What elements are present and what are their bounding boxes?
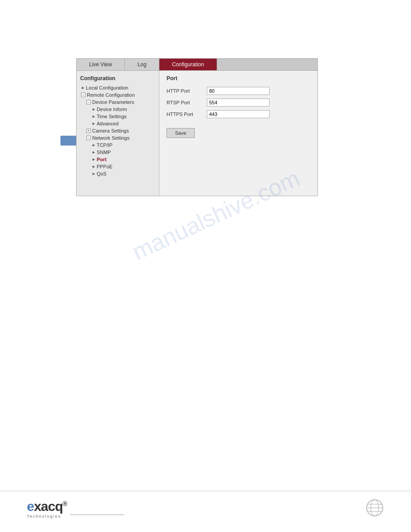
sidebar-item-network-settings[interactable]: − Network Settings xyxy=(77,134,159,142)
https-port-label: HTTPS Port xyxy=(167,112,207,117)
sidebar-item-snmp[interactable]: ► SNMP xyxy=(77,149,159,156)
sidebar-item-port[interactable]: ► Port xyxy=(77,156,159,163)
expand-icon: − xyxy=(86,136,91,140)
arrow-icon: ► xyxy=(92,150,96,154)
app-container: Live View Log Configuration Configuratio… xyxy=(76,58,318,196)
arrow-icon: ► xyxy=(92,157,96,162)
footer-logo: exacq® Technologies xyxy=(27,499,67,519)
sidebar-title: Configuration xyxy=(77,73,159,84)
http-port-input[interactable] xyxy=(207,87,270,95)
expand-icon: + xyxy=(86,129,91,133)
sidebar-item-device-inform[interactable]: ► Device Inform xyxy=(77,106,159,113)
tab-bar: Live View Log Configuration xyxy=(76,58,318,71)
arrow-icon: ► xyxy=(92,143,96,147)
arrow-icon: ► xyxy=(92,107,96,112)
http-port-row: HTTP Port xyxy=(167,87,310,95)
arrow-icon: ► xyxy=(92,114,96,119)
arrow-icon: ► xyxy=(81,86,85,90)
section-title: Port xyxy=(167,75,310,82)
sidebar-item-qos[interactable]: ► QoS xyxy=(77,170,159,177)
footer-globe-icon xyxy=(365,498,384,519)
logo-sub: Technologies xyxy=(27,514,61,519)
logo-e: e xyxy=(27,499,34,514)
rtsp-port-label: RTSP Port xyxy=(167,100,207,105)
expand-icon: − xyxy=(86,100,91,104)
logo-text: exacq® xyxy=(27,499,67,514)
expand-icon: − xyxy=(81,93,86,97)
tab-log[interactable]: Log xyxy=(125,59,159,70)
sidebar-item-camera-settings[interactable]: + Camera Settings xyxy=(77,127,159,134)
arrow-icon: ► xyxy=(92,121,96,126)
sidebar-item-time-settings[interactable]: ► Time Settings xyxy=(77,113,159,120)
footer-divider xyxy=(70,515,124,515)
sidebar-item-remote-config[interactable]: − Remote Configuration xyxy=(77,91,159,99)
rtsp-port-input[interactable] xyxy=(207,99,270,107)
https-port-input[interactable] xyxy=(207,110,270,118)
arrow-icon: ► xyxy=(92,164,96,169)
sidebar-item-device-params[interactable]: − Device Parameters xyxy=(77,99,159,106)
sidebar-item-pppoe[interactable]: ► PPPoE xyxy=(77,163,159,170)
sidebar-item-advanced[interactable]: ► Advanced xyxy=(77,120,159,127)
sidebar-item-local-config[interactable]: ► Local Configuration xyxy=(77,84,159,91)
tab-configuration[interactable]: Configuration xyxy=(159,59,217,70)
footer: exacq® Technologies xyxy=(0,491,411,519)
logo-reg: ® xyxy=(63,500,67,507)
content-panel: Configuration ► Local Configuration − Re… xyxy=(76,71,318,196)
sidebar: Configuration ► Local Configuration − Re… xyxy=(77,71,159,196)
save-button[interactable]: Save xyxy=(167,128,195,138)
tab-live-view[interactable]: Live View xyxy=(77,59,125,70)
http-port-label: HTTP Port xyxy=(167,88,207,94)
https-port-row: HTTPS Port xyxy=(167,110,310,118)
sidebar-item-tcp-ip[interactable]: ► TCP/IP xyxy=(77,142,159,149)
rtsp-port-row: RTSP Port xyxy=(167,99,310,107)
right-panel: Port HTTP Port RTSP Port HTTPS Port Save xyxy=(159,71,317,196)
arrow-icon: ► xyxy=(92,172,96,176)
